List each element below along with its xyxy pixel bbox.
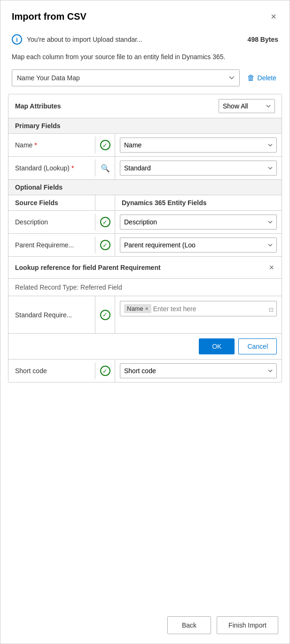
col-icon-spacer	[95, 195, 115, 210]
ok-cancel-row: OK Cancel	[8, 334, 282, 360]
source-field-shortcode: Short code	[8, 362, 95, 379]
required-star: *	[34, 141, 37, 149]
table-row: Standard (Lookup) * 🔍 Standard Name Code	[8, 157, 282, 180]
description-target-select[interactable]: Description Name Short code	[120, 215, 277, 230]
table-row: Name * ✓ Name Code Description	[8, 134, 282, 157]
source-field-label: Parent Requireme...	[15, 241, 74, 249]
target-field-parent: Parent requirement (Loo Description Name	[115, 234, 282, 256]
tag-name: Name ×	[124, 304, 151, 313]
data-map-select[interactable]: Name Your Data Map	[12, 69, 240, 86]
search-icon: 🔍	[100, 163, 110, 173]
tag-container[interactable]: Name × ⊡	[120, 301, 277, 316]
col-source-header: Source Fields	[8, 195, 95, 210]
finish-import-button[interactable]: Finish Import	[217, 616, 278, 634]
import-dialog: Import from CSV × i You're about to impo…	[0, 0, 290, 644]
lookup-header: Lookup reference for field Parent Requir…	[8, 257, 282, 279]
close-button[interactable]: ×	[269, 10, 278, 23]
lookup-source-field: Standard Require...	[8, 296, 95, 333]
field-icon-shortcode: ✓	[95, 360, 115, 382]
dialog-title: Import from CSV	[12, 11, 86, 22]
source-field-standard: Standard (Lookup) *	[8, 160, 95, 176]
trash-icon: 🗑	[247, 74, 255, 82]
map-table-header: Map Attributes Show All Mapped Unmapped	[8, 94, 282, 118]
data-map-row: Name Your Data Map 🗑 Delete	[0, 69, 290, 94]
info-bar: i You're about to import Upload standar.…	[0, 31, 290, 50]
field-icon-standard: 🔍	[95, 157, 115, 179]
check-circle-icon: ✓	[100, 240, 110, 250]
check-circle-icon: ✓	[100, 140, 110, 150]
target-field-standard: Standard Name Code	[115, 157, 282, 179]
related-record-row: Related Record Type: Referred Field	[8, 279, 282, 296]
map-table: Map Attributes Show All Mapped Unmapped …	[8, 94, 282, 383]
check-circle-icon: ✓	[100, 217, 110, 227]
description-text: Map each column from your source file to…	[0, 50, 290, 69]
ok-button[interactable]: OK	[199, 338, 235, 354]
col-target-header: Dynamics 365 Entity Fields	[115, 195, 282, 210]
field-icon-description: ✓	[95, 211, 115, 233]
check-circle-icon: ✓	[100, 310, 110, 320]
file-size: 498 Bytes	[248, 36, 278, 43]
back-button[interactable]: Back	[167, 616, 211, 634]
shortcode-target-select[interactable]: Short code Name Description	[120, 363, 277, 378]
name-target-select[interactable]: Name Code Description	[120, 138, 277, 153]
table-row: Description ✓ Description Name Short cod…	[8, 211, 282, 234]
lookup-section: Lookup reference for field Parent Requir…	[8, 257, 282, 382]
source-field-name: Name *	[8, 137, 95, 153]
tag-input[interactable]	[153, 305, 273, 313]
lookup-field-row: Standard Require... ✓ Name × ⊡	[8, 296, 282, 334]
table-row: Short code ✓ Short code Name Description	[8, 360, 282, 382]
columns-header: Source Fields Dynamics 365 Entity Fields	[8, 195, 282, 211]
source-field-description: Description	[8, 214, 95, 230]
lookup-close-button[interactable]: ×	[268, 262, 275, 273]
lookup-title: Lookup reference for field Parent Requir…	[15, 264, 161, 271]
source-field-label: Description	[15, 218, 48, 226]
optional-fields-header: Optional Fields	[8, 180, 282, 195]
show-all-select[interactable]: Show All Mapped Unmapped	[219, 99, 275, 113]
cancel-button[interactable]: Cancel	[238, 338, 277, 354]
table-row: Parent Requireme... ✓ Parent requirement…	[8, 234, 282, 257]
lookup-icon: ✓	[95, 296, 115, 333]
tag-label: Name	[127, 305, 143, 312]
info-text: You're about to import Upload standar...	[27, 36, 243, 43]
delete-label: Delete	[258, 74, 276, 82]
lookup-target-field: Name × ⊡	[115, 296, 282, 333]
field-icon-parent: ✓	[95, 234, 115, 256]
field-icon-name: ✓	[95, 134, 115, 156]
check-circle-icon: ✓	[100, 366, 110, 376]
source-field-label: Name	[15, 141, 32, 149]
primary-fields-header: Primary Fields	[8, 118, 282, 134]
source-field-label: Standard (Lookup)	[15, 164, 70, 172]
tag-remove-button[interactable]: ×	[145, 306, 149, 312]
parent-target-select[interactable]: Parent requirement (Loo Description Name	[120, 238, 277, 253]
expand-icon: ⊡	[269, 307, 274, 313]
target-field-description: Description Name Short code	[115, 211, 282, 233]
required-star: *	[71, 164, 74, 172]
target-field-name: Name Code Description	[115, 134, 282, 156]
dialog-header: Import from CSV ×	[0, 0, 290, 31]
info-icon: i	[12, 34, 22, 45]
target-field-shortcode: Short code Name Description	[115, 360, 282, 382]
dialog-footer: Back Finish Import	[0, 607, 290, 644]
source-field-parent: Parent Requireme...	[8, 237, 95, 253]
standard-target-select[interactable]: Standard Name Code	[120, 161, 277, 176]
map-attributes-label: Map Attributes	[15, 102, 61, 110]
delete-button[interactable]: 🗑 Delete	[245, 71, 278, 85]
